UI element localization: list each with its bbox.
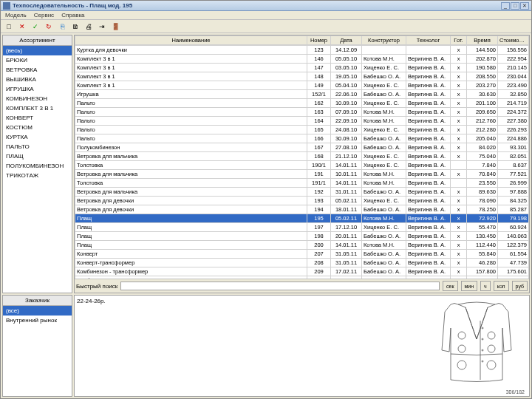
col-header[interactable]: Время [467, 36, 498, 45]
menu-model[interactable]: Модель [5, 12, 27, 18]
unit-min-button[interactable]: мин [461, 281, 478, 291]
sidebar-item[interactable]: КОМБИНЕЗОН [3, 94, 72, 103]
menu-help[interactable]: Справка [61, 12, 84, 18]
table-row[interactable]: Полукомбинезон16727.08.10Бабешко О. А.Ве… [75, 143, 529, 152]
svg-point-7 [482, 338, 483, 340]
menubar: Модель Сервис Справка [1, 11, 531, 20]
new-icon[interactable]: □ [4, 21, 14, 32]
sidebar-item[interactable]: ПЛАЩ [3, 151, 72, 161]
sidebar-item[interactable]: ИГРУШКА [3, 84, 72, 94]
app-window: Техпоследовательность - Плащ мод. 195 _ … [0, 0, 532, 399]
app-icon [3, 2, 10, 10]
customer-header: Заказчик [3, 296, 72, 306]
maximize-button[interactable]: □ [511, 2, 519, 10]
preview-text: 22-24-26р. [75, 296, 108, 396]
col-header[interactable]: Конструктор [362, 36, 406, 45]
table-row[interactable]: Плащ20014.01.11Котова М.Н.Веригина В. А.… [75, 241, 529, 250]
sidebar-item[interactable]: КОМПЛЕКТ 3 В 1 [3, 103, 72, 113]
svg-point-2 [457, 361, 466, 369]
table-row[interactable]: Толстовка190/114.01.11Хиценко Е. С.Вериг… [75, 161, 529, 170]
col-header[interactable]: Наименование [75, 36, 307, 45]
table-row[interactable]: Плащ19505.02.11Котова М.Н.Веригина В. А.… [75, 214, 529, 223]
table-row[interactable]: Конверт-трансформер20831.05.11Бабешко О.… [75, 259, 529, 267]
table-row[interactable]: Куртка для девочки12314.12.09x144.500156… [75, 46, 529, 55]
svg-point-9 [482, 361, 483, 362]
sidebar-item[interactable]: (весь) [3, 46, 72, 55]
table-row[interactable]: Игрушка152/122.06.10Бабешко О. А.Веригин… [75, 90, 529, 99]
export-icon[interactable]: ⇥ [97, 21, 107, 32]
col-header[interactable]: Стоимость [498, 36, 529, 45]
unit-kop-button[interactable]: коп [494, 281, 509, 291]
table-row[interactable]: Комплект 3 в 114819.05.10Бабешко О. А.Ве… [75, 72, 529, 81]
table-row[interactable]: Пальто16307.09.10Котова М.Н.Веригина В. … [75, 108, 529, 117]
sidebar-item[interactable]: КОСТЮМ [3, 123, 72, 132]
col-header[interactable]: Дата [331, 36, 362, 45]
sidebar-header: Ассортимент [3, 35, 72, 46]
table-row[interactable]: Ветровка для мальчика16821.12.10Хиценко … [75, 152, 529, 161]
preview-pane: 22-24-26р. 306/182 [74, 295, 530, 397]
sidebar-item[interactable]: ВЕТРОВКА [3, 65, 72, 75]
menu-service[interactable]: Сервис [34, 12, 54, 18]
toolbar: □ ✕ ✓ ↻ ⎘ 🗎 🖨 ⇥ 🚪 [1, 20, 531, 33]
sidebar-item[interactable]: КОНВЕРТ [3, 113, 72, 123]
table-row[interactable]: Пальто16524.08.10Хиценко Е. С.Веригина В… [75, 126, 529, 134]
svg-point-0 [458, 332, 466, 339]
sidebar-item[interactable]: БРЮКИ [3, 55, 72, 65]
svg-point-4 [488, 345, 495, 352]
table-row[interactable]: Плащ19717.12.10Хиценко Е. С.Веригина В. … [75, 223, 529, 232]
customer-sidebar: Заказчик (все)Внутренний рынок [2, 295, 72, 397]
titlebar[interactable]: Техпоследовательность - Плащ мод. 195 _ … [1, 1, 531, 11]
svg-point-6 [482, 327, 483, 329]
customer-item[interactable]: (все) [3, 306, 72, 316]
table-row[interactable]: Плащ19820.01.11Бабешко О. А.Веригина В. … [75, 232, 529, 241]
models-table: НаименованиеНомерДатаКонструкторТехнолог… [74, 35, 530, 293]
sidebar-item[interactable]: ПОЛУКОМБИНЕЗОН [3, 161, 72, 171]
svg-point-8 [482, 349, 483, 351]
table-row[interactable]: Ветровка для мальчика19110.01.11Котова М… [75, 170, 529, 179]
window-title: Техпоследовательность - Плащ мод. 195 [13, 2, 501, 9]
table-row[interactable]: Толстовка191/114.01.11Котова М.Н.Веригин… [75, 179, 529, 188]
minimize-button[interactable]: _ [501, 2, 510, 10]
customer-item[interactable]: Внутренний рынок [3, 316, 72, 325]
table-row[interactable]: Пальто16210.09.10Хиценко Е. С.Веригина В… [75, 99, 529, 108]
svg-point-5 [487, 361, 496, 369]
svg-point-1 [458, 345, 466, 352]
refresh-icon[interactable]: ↻ [44, 21, 54, 32]
assortment-sidebar: Ассортимент (весь)БРЮКИВЕТРОВКАВЫШИВКАИГ… [2, 35, 72, 293]
table-row[interactable]: Комплект 3 в 114905.04.10Хиценко Е. С.Ве… [75, 81, 529, 90]
doc-icon[interactable]: 🗎 [70, 21, 81, 32]
close-button[interactable]: ✕ [520, 2, 529, 10]
unit-rub-button[interactable]: руб [512, 281, 528, 291]
print-icon[interactable]: 🖨 [83, 21, 94, 32]
table-row[interactable]: Комбинезон - трансформер20917.02.11Бабеш… [75, 267, 529, 276]
delete-icon[interactable]: ✕ [17, 21, 27, 32]
exit-icon[interactable]: 🚪 [110, 21, 120, 32]
unit-sec-button[interactable]: сек [443, 281, 457, 291]
table-row[interactable]: Пальто16630.09.10Бабешко О. А.Веригина В… [75, 134, 529, 143]
table-row[interactable]: Ветровка для девочки19418.01.11Бабешко О… [75, 205, 529, 214]
unit-hr-button[interactable]: ч [480, 281, 491, 291]
col-header[interactable]: Гот. [451, 36, 467, 45]
table-row[interactable]: Ветровка для мальчика19231.01.11Бабешко … [75, 188, 529, 197]
table-row[interactable]: Комплект 3 в 114703.05.10Хиценко Е. С.Ве… [75, 64, 529, 72]
sidebar-item[interactable]: ТРИКОТАЖ [3, 171, 72, 180]
check-icon[interactable]: ✓ [30, 21, 41, 32]
coat-sketch [429, 299, 525, 387]
sidebar-item[interactable]: ПАЛЬТО [3, 142, 72, 151]
copy-icon[interactable]: ⎘ [57, 21, 67, 32]
table-row[interactable]: Ветровка для девочки19305.02.11Хиценко Е… [75, 197, 529, 205]
search-input[interactable] [120, 282, 440, 290]
sidebar-item[interactable]: ВЫШИВКА [3, 75, 72, 84]
col-header[interactable]: Технолог [406, 36, 451, 45]
search-label: Быстрый поиск [76, 283, 117, 290]
sidebar-item[interactable]: КУРТКА [3, 132, 72, 142]
table-row[interactable]: Пальто16422.09.10Котова М.Н.Веригина В. … [75, 117, 529, 126]
svg-point-3 [488, 332, 495, 339]
col-header[interactable]: Номер [307, 36, 331, 45]
quick-search-bar: Быстрый поиск сек мин ч коп руб [75, 279, 529, 293]
table-row[interactable]: Конверт20731.05.11Бабешко О. А.Веригина … [75, 250, 529, 259]
table-row[interactable]: Комплект 3 в 114605.05.10Котова М.Н.Вери… [75, 55, 529, 64]
status-text: 306/182 [506, 389, 525, 395]
main-area: Ассортимент (весь)БРЮКИВЕТРОВКАВЫШИВКАИГ… [1, 33, 531, 398]
